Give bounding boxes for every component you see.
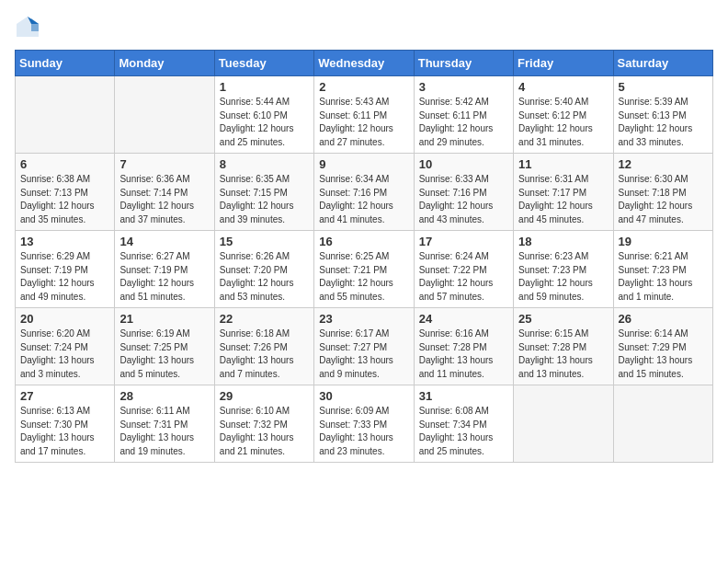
calendar-day-cell: 12Sunrise: 6:30 AM Sunset: 7:18 PM Dayli…: [613, 154, 712, 231]
calendar-day-cell: 4Sunrise: 5:40 AM Sunset: 6:12 PM Daylig…: [514, 76, 613, 154]
calendar-day-cell: 1Sunrise: 5:44 AM Sunset: 6:10 PM Daylig…: [214, 76, 313, 154]
day-info-text: Sunrise: 6:19 AM Sunset: 7:25 PM Dayligh…: [119, 327, 209, 381]
calendar-day-cell: 3Sunrise: 5:42 AM Sunset: 6:11 PM Daylig…: [414, 76, 513, 154]
day-number: 20: [20, 312, 109, 326]
calendar-day-cell: 19Sunrise: 6:21 AM Sunset: 7:23 PM Dayli…: [613, 231, 712, 308]
calendar-day-cell: 22Sunrise: 6:18 AM Sunset: 7:26 PM Dayli…: [214, 308, 313, 385]
calendar-day-cell: 10Sunrise: 6:33 AM Sunset: 7:16 PM Dayli…: [414, 154, 513, 231]
calendar-day-cell: 17Sunrise: 6:24 AM Sunset: 7:22 PM Dayli…: [414, 231, 513, 308]
day-of-week-header: Wednesday: [314, 51, 414, 76]
day-info-text: Sunrise: 6:11 AM Sunset: 7:31 PM Dayligh…: [119, 405, 209, 458]
day-number: 26: [619, 312, 708, 326]
day-number: 5: [619, 80, 708, 94]
day-number: 9: [319, 157, 408, 171]
day-info-text: Sunrise: 6:08 AM Sunset: 7:34 PM Dayligh…: [419, 405, 508, 458]
calendar-week-row: 13Sunrise: 6:29 AM Sunset: 7:19 PM Dayli…: [16, 231, 713, 308]
calendar-day-cell: 28Sunrise: 6:11 AM Sunset: 7:31 PM Dayli…: [115, 385, 214, 463]
day-info-text: Sunrise: 5:40 AM Sunset: 6:12 PM Dayligh…: [518, 96, 608, 149]
day-info-text: Sunrise: 6:14 AM Sunset: 7:29 PM Dayligh…: [619, 327, 708, 381]
day-number: 29: [220, 389, 309, 403]
calendar-day-cell: 18Sunrise: 6:23 AM Sunset: 7:23 PM Dayli…: [514, 231, 613, 308]
calendar-day-cell: 2Sunrise: 5:43 AM Sunset: 6:11 PM Daylig…: [314, 76, 414, 154]
day-info-text: Sunrise: 6:36 AM Sunset: 7:14 PM Dayligh…: [119, 173, 209, 226]
day-info-text: Sunrise: 6:16 AM Sunset: 7:28 PM Dayligh…: [419, 327, 508, 381]
calendar-day-cell: 6Sunrise: 6:38 AM Sunset: 7:13 PM Daylig…: [16, 154, 115, 231]
day-number: 13: [20, 235, 109, 248]
calendar-day-cell: 30Sunrise: 6:09 AM Sunset: 7:33 PM Dayli…: [314, 385, 414, 463]
calendar-day-cell: 13Sunrise: 6:29 AM Sunset: 7:19 PM Dayli…: [16, 231, 115, 308]
day-number: 28: [119, 389, 209, 403]
day-number: 2: [319, 80, 408, 94]
day-of-week-header: Saturday: [613, 51, 712, 76]
day-number: 11: [518, 157, 608, 171]
calendar-day-cell: 24Sunrise: 6:16 AM Sunset: 7:28 PM Dayli…: [414, 308, 513, 385]
day-number: 18: [518, 235, 608, 248]
day-number: 15: [220, 235, 309, 248]
day-info-text: Sunrise: 6:13 AM Sunset: 7:30 PM Dayligh…: [20, 405, 109, 458]
day-info-text: Sunrise: 6:29 AM Sunset: 7:19 PM Dayligh…: [20, 250, 109, 304]
calendar-day-cell: 20Sunrise: 6:20 AM Sunset: 7:24 PM Dayli…: [16, 308, 115, 385]
day-number: 3: [419, 80, 508, 94]
day-number: 4: [518, 80, 608, 94]
day-info-text: Sunrise: 6:24 AM Sunset: 7:22 PM Dayligh…: [419, 250, 508, 304]
day-number: 22: [220, 312, 309, 326]
calendar-day-cell: 31Sunrise: 6:08 AM Sunset: 7:34 PM Dayli…: [414, 385, 513, 463]
day-info-text: Sunrise: 5:42 AM Sunset: 6:11 PM Dayligh…: [419, 96, 508, 149]
day-info-text: Sunrise: 6:15 AM Sunset: 7:28 PM Dayligh…: [518, 327, 608, 381]
day-number: 31: [419, 389, 508, 403]
day-number: 1: [220, 80, 309, 94]
calendar-day-cell: 21Sunrise: 6:19 AM Sunset: 7:25 PM Dayli…: [115, 308, 214, 385]
day-info-text: Sunrise: 6:09 AM Sunset: 7:33 PM Dayligh…: [319, 405, 408, 458]
day-info-text: Sunrise: 6:21 AM Sunset: 7:23 PM Dayligh…: [619, 250, 708, 304]
day-info-text: Sunrise: 6:27 AM Sunset: 7:19 PM Dayligh…: [119, 250, 209, 304]
day-of-week-header: Friday: [514, 51, 613, 76]
day-info-text: Sunrise: 5:39 AM Sunset: 6:13 PM Dayligh…: [619, 96, 708, 149]
day-info-text: Sunrise: 5:44 AM Sunset: 6:10 PM Dayligh…: [220, 96, 309, 149]
day-info-text: Sunrise: 6:26 AM Sunset: 7:20 PM Dayligh…: [220, 250, 309, 304]
day-of-week-header: Monday: [115, 51, 214, 76]
calendar-day-cell: 11Sunrise: 6:31 AM Sunset: 7:17 PM Dayli…: [514, 154, 613, 231]
day-number: 19: [619, 235, 708, 248]
day-number: 12: [619, 157, 708, 171]
day-number: 7: [119, 157, 209, 171]
day-number: 6: [20, 157, 109, 171]
calendar-day-cell: 8Sunrise: 6:35 AM Sunset: 7:15 PM Daylig…: [214, 154, 313, 231]
day-number: 25: [518, 312, 608, 326]
calendar-day-cell: [613, 385, 712, 463]
calendar-day-cell: 23Sunrise: 6:17 AM Sunset: 7:27 PM Dayli…: [314, 308, 414, 385]
day-info-text: Sunrise: 6:34 AM Sunset: 7:16 PM Dayligh…: [319, 173, 408, 226]
day-info-text: Sunrise: 6:17 AM Sunset: 7:27 PM Dayligh…: [319, 327, 408, 381]
calendar-day-cell: 15Sunrise: 6:26 AM Sunset: 7:20 PM Dayli…: [214, 231, 313, 308]
day-info-text: Sunrise: 5:43 AM Sunset: 6:11 PM Dayligh…: [319, 96, 408, 149]
calendar-week-row: 6Sunrise: 6:38 AM Sunset: 7:13 PM Daylig…: [16, 154, 713, 231]
day-number: 17: [419, 235, 508, 248]
day-number: 30: [319, 389, 408, 403]
day-number: 10: [419, 157, 508, 171]
calendar-week-row: 1Sunrise: 5:44 AM Sunset: 6:10 PM Daylig…: [16, 76, 713, 154]
calendar-day-cell: 9Sunrise: 6:34 AM Sunset: 7:16 PM Daylig…: [314, 154, 414, 231]
day-info-text: Sunrise: 6:23 AM Sunset: 7:23 PM Dayligh…: [518, 250, 608, 304]
day-info-text: Sunrise: 6:35 AM Sunset: 7:15 PM Dayligh…: [220, 173, 309, 226]
calendar-day-cell: 26Sunrise: 6:14 AM Sunset: 7:29 PM Dayli…: [613, 308, 712, 385]
calendar-day-cell: 25Sunrise: 6:15 AM Sunset: 7:28 PM Dayli…: [514, 308, 613, 385]
calendar-day-cell: 7Sunrise: 6:36 AM Sunset: 7:14 PM Daylig…: [115, 154, 214, 231]
calendar-day-cell: [514, 385, 613, 463]
day-info-text: Sunrise: 6:18 AM Sunset: 7:26 PM Dayligh…: [220, 327, 309, 381]
day-info-text: Sunrise: 6:31 AM Sunset: 7:17 PM Dayligh…: [518, 173, 608, 226]
day-of-week-header: Thursday: [414, 51, 513, 76]
day-of-week-header: Sunday: [16, 51, 115, 76]
calendar-day-cell: 29Sunrise: 6:10 AM Sunset: 7:32 PM Dayli…: [214, 385, 313, 463]
calendar-day-cell: 27Sunrise: 6:13 AM Sunset: 7:30 PM Dayli…: [16, 385, 115, 463]
calendar-day-cell: [115, 76, 214, 154]
day-number: 14: [119, 235, 209, 248]
day-info-text: Sunrise: 6:30 AM Sunset: 7:18 PM Dayligh…: [619, 173, 708, 226]
day-number: 16: [319, 235, 408, 248]
calendar-week-row: 20Sunrise: 6:20 AM Sunset: 7:24 PM Dayli…: [16, 308, 713, 385]
day-number: 21: [119, 312, 209, 326]
day-number: 23: [319, 312, 408, 326]
calendar-day-cell: 16Sunrise: 6:25 AM Sunset: 7:21 PM Dayli…: [314, 231, 414, 308]
calendar-day-cell: [16, 76, 115, 154]
calendar-day-cell: 14Sunrise: 6:27 AM Sunset: 7:19 PM Dayli…: [115, 231, 214, 308]
day-number: 24: [419, 312, 508, 326]
day-info-text: Sunrise: 6:33 AM Sunset: 7:16 PM Dayligh…: [419, 173, 508, 226]
